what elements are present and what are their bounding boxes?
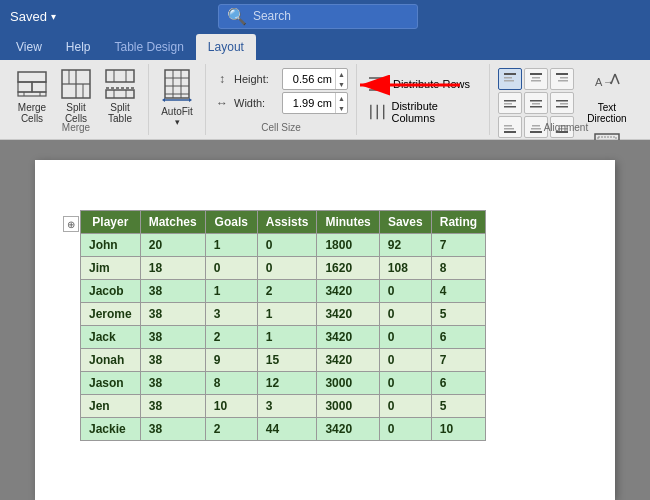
table-cell: 6	[431, 326, 485, 349]
distribute-columns-label: Distribute Columns	[391, 100, 476, 124]
table-row: Jackie382443420010	[81, 418, 486, 441]
align-middle-center-btn[interactable]	[524, 92, 548, 114]
align-top-left-btn[interactable]	[498, 68, 522, 90]
split-cells-button[interactable]: SplitCells	[56, 66, 96, 126]
height-spinner[interactable]: ▲ ▼	[335, 69, 347, 89]
cell-size-group-label: Cell Size	[261, 122, 300, 133]
width-input-wrap[interactable]: ▲ ▼	[282, 92, 348, 114]
table-cell: 0	[379, 349, 431, 372]
distribute-columns-icon	[369, 104, 386, 120]
svg-rect-58	[532, 125, 540, 127]
height-row: ↕ Height: ▲ ▼	[214, 68, 348, 90]
height-input-wrap[interactable]: ▲ ▼	[282, 68, 348, 90]
saved-dropdown-icon: ▾	[51, 11, 56, 22]
saved-button[interactable]: Saved ▾	[10, 9, 56, 24]
width-input[interactable]	[283, 96, 335, 110]
merge-cells-icon	[16, 68, 48, 100]
align-bottom-left-btn[interactable]	[498, 116, 522, 138]
merge-cells-label: MergeCells	[18, 102, 46, 124]
table-cell: 3420	[317, 418, 379, 441]
text-direction-label: Text Direction	[582, 102, 632, 124]
merge-group-label: Merge	[62, 122, 90, 133]
table-cell: 1800	[317, 234, 379, 257]
svg-rect-13	[106, 70, 134, 82]
autofit-label: AutoFit	[161, 106, 193, 117]
table-cell: 108	[379, 257, 431, 280]
alignment-group: A → Text Direction Cell Margins	[490, 64, 642, 135]
svg-rect-45	[504, 100, 516, 102]
align-middle-right-btn[interactable]	[550, 92, 574, 114]
align-top-right-btn[interactable]	[550, 68, 574, 90]
tab-help[interactable]: Help	[54, 34, 103, 60]
autofit-dropdown-icon: ▾	[175, 117, 180, 127]
table-cell: 8	[205, 372, 257, 395]
table-cell: Jack	[81, 326, 141, 349]
svg-rect-17	[106, 90, 134, 98]
height-down-btn[interactable]: ▼	[336, 79, 347, 89]
svg-line-65	[615, 74, 619, 84]
search-box[interactable]: 🔍	[218, 4, 418, 29]
svg-rect-48	[530, 100, 542, 102]
svg-rect-42	[556, 73, 568, 75]
table-cell: Jim	[81, 257, 141, 280]
table-header-cell: Minutes	[317, 211, 379, 234]
width-spinner[interactable]: ▲ ▼	[335, 93, 347, 113]
svg-rect-56	[504, 128, 514, 130]
merge-cells-button[interactable]: MergeCells	[12, 66, 52, 126]
alignment-group-label: Alignment	[544, 122, 588, 133]
svg-marker-29	[189, 98, 192, 102]
table-cell: 0	[205, 257, 257, 280]
table-row: Jonah38915342007	[81, 349, 486, 372]
height-input[interactable]	[283, 72, 335, 86]
width-down-btn[interactable]: ▼	[336, 103, 347, 113]
table-cell: Jerome	[81, 303, 141, 326]
tab-view[interactable]: View	[4, 34, 54, 60]
height-icon: ↕	[214, 72, 230, 86]
table-move-handle[interactable]: ⊕	[63, 216, 79, 232]
distribute-columns-button[interactable]: Distribute Columns	[365, 98, 481, 126]
saved-label: Saved	[10, 9, 47, 24]
text-direction-button[interactable]: A → Text Direction	[580, 68, 634, 126]
table-cell: Jacob	[81, 280, 141, 303]
width-label: Width:	[234, 97, 278, 109]
table-cell: Jen	[81, 395, 141, 418]
cell-size-group: ↕ Height: ▲ ▼ ↔ Width:	[206, 64, 357, 135]
table-cell: Jonah	[81, 349, 141, 372]
table-cell: 1	[257, 326, 317, 349]
height-up-btn[interactable]: ▲	[336, 69, 347, 79]
svg-rect-46	[504, 103, 512, 105]
width-up-btn[interactable]: ▲	[336, 93, 347, 103]
svg-rect-47	[504, 106, 516, 108]
align-top-center-btn[interactable]	[524, 68, 548, 90]
table-cell: 3420	[317, 349, 379, 372]
page: ⊕ PlayerMatchesGoalsAssistsMinutesSavesR…	[35, 160, 615, 500]
autofit-button[interactable]: AutoFit ▾	[157, 66, 197, 129]
table-cell: 0	[379, 372, 431, 395]
distribute-rows-button[interactable]: Distribute Rows	[365, 74, 474, 94]
search-input[interactable]	[253, 9, 393, 23]
svg-rect-50	[530, 106, 542, 108]
table-row: John20101800927	[81, 234, 486, 257]
split-table-button[interactable]: SplitTable	[100, 66, 140, 126]
tab-layout[interactable]: Layout	[196, 34, 256, 60]
table-cell: 0	[257, 234, 317, 257]
svg-rect-36	[504, 73, 516, 75]
table-cell: 7	[431, 349, 485, 372]
table-cell: 38	[140, 303, 205, 326]
table-cell: 20	[140, 234, 205, 257]
svg-rect-7	[18, 92, 46, 96]
table-cell: 3420	[317, 303, 379, 326]
svg-rect-40	[532, 77, 540, 79]
title-bar: Saved ▾ 🔍	[0, 0, 650, 32]
svg-rect-52	[560, 103, 568, 105]
align-middle-left-btn[interactable]	[498, 92, 522, 114]
svg-rect-43	[560, 77, 568, 79]
table-cell: 0	[379, 280, 431, 303]
svg-rect-54	[504, 131, 516, 133]
title-bar-left: Saved ▾	[10, 9, 56, 24]
tab-table-design[interactable]: Table Design	[102, 34, 195, 60]
ribbon: MergeCells SplitCells	[0, 60, 650, 140]
table-cell: Jackie	[81, 418, 141, 441]
svg-rect-49	[532, 103, 540, 105]
split-cells-label: SplitCells	[65, 102, 87, 124]
